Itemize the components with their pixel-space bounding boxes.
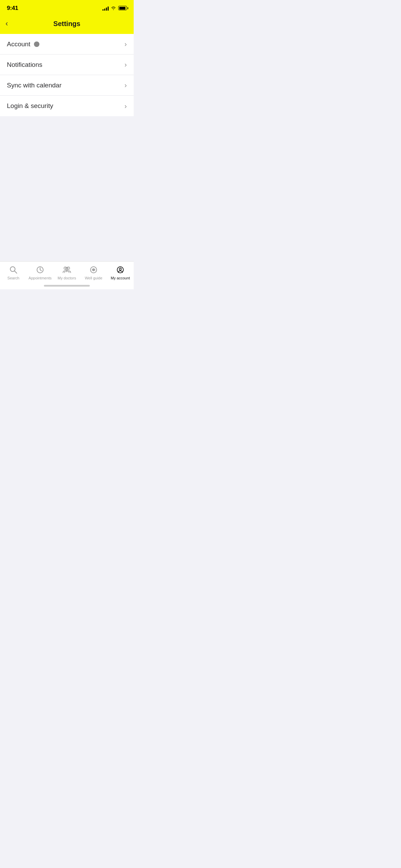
settings-item-account[interactable]: Account ›	[0, 34, 134, 55]
settings-item-login-security-label: Login & security	[7, 102, 53, 110]
signal-bar-2	[104, 9, 105, 11]
settings-item-account-left: Account	[7, 40, 39, 48]
tab-item-search[interactable]: Search	[0, 265, 27, 280]
my-account-tab-icon	[116, 265, 125, 275]
settings-list: Account › Notifications › Sync with cale…	[0, 34, 134, 116]
settings-item-login-security[interactable]: Login & security ›	[0, 96, 134, 116]
wifi-icon	[111, 6, 116, 10]
my-account-tab-label: My account	[111, 276, 130, 280]
well-guide-tab-label: Well guide	[85, 276, 102, 280]
signal-bar-4	[108, 7, 109, 11]
settings-item-sync-calendar-label: Sync with calendar	[7, 82, 61, 89]
status-icons	[102, 6, 127, 11]
appointments-tab-icon	[35, 265, 45, 275]
chevron-right-icon-3: ›	[124, 81, 127, 89]
appointments-tab-label: Appointments	[28, 276, 51, 280]
tab-item-my-doctors[interactable]: My doctors	[53, 265, 80, 280]
battery-icon	[118, 6, 127, 10]
signal-bar-3	[106, 8, 107, 11]
settings-item-notifications-left: Notifications	[7, 61, 42, 69]
back-button[interactable]: ‹	[5, 20, 8, 27]
tab-item-my-account[interactable]: My account	[107, 265, 134, 280]
my-doctors-tab-icon	[62, 265, 72, 275]
home-indicator	[44, 285, 90, 287]
chevron-right-icon-2: ›	[124, 61, 127, 69]
settings-item-sync-calendar-left: Sync with calendar	[7, 82, 61, 89]
chevron-right-icon: ›	[124, 40, 127, 48]
tab-item-well-guide[interactable]: Well guide	[80, 265, 107, 280]
svg-line-1	[14, 271, 17, 273]
search-tab-label: Search	[8, 276, 20, 280]
svg-point-13	[119, 268, 121, 270]
notification-dot	[34, 41, 39, 47]
search-tab-icon	[9, 265, 18, 275]
settings-item-sync-calendar[interactable]: Sync with calendar ›	[0, 75, 134, 96]
signal-bar-1	[102, 9, 104, 11]
page-title: Settings	[53, 20, 81, 28]
well-guide-tab-icon	[89, 265, 98, 275]
my-doctors-tab-label: My doctors	[58, 276, 76, 280]
settings-item-account-label: Account	[7, 40, 31, 48]
nav-header: ‹ Settings	[0, 16, 134, 34]
svg-point-7	[65, 267, 68, 270]
status-time: 9:41	[7, 5, 18, 12]
settings-item-login-security-left: Login & security	[7, 102, 53, 110]
tab-item-appointments[interactable]: Appointments	[27, 265, 53, 280]
signal-bars-icon	[102, 6, 109, 11]
settings-item-notifications-label: Notifications	[7, 61, 42, 69]
back-chevron-icon: ‹	[5, 20, 8, 27]
svg-point-11	[93, 269, 94, 270]
chevron-right-icon-4: ›	[124, 102, 127, 110]
battery-fill	[119, 7, 125, 10]
settings-item-notifications[interactable]: Notifications ›	[0, 55, 134, 75]
status-bar: 9:41	[0, 0, 134, 16]
svg-line-4	[40, 270, 41, 271]
